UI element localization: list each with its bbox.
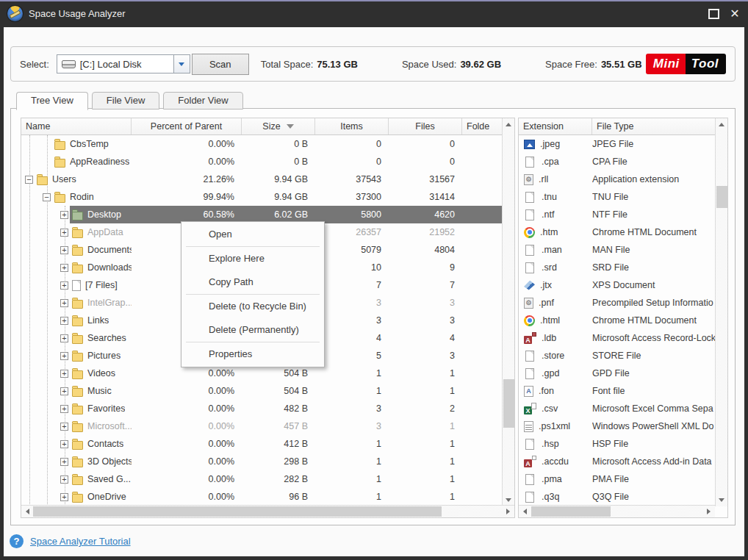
scan-button[interactable]: Scan: [192, 54, 249, 75]
access-lock-icon: [524, 332, 536, 344]
tree-horizontal-scrollbar[interactable]: [21, 505, 514, 517]
tree-expander[interactable]: −: [25, 176, 33, 184]
list-item[interactable]: .hsp HSP File: [519, 435, 715, 453]
list-item[interactable]: .jtx XPS Document: [519, 276, 715, 294]
file-type-cell: SRD File: [592, 262, 715, 273]
table-row[interactable]: CbsTemp 0.00% 0 B 0 0: [21, 135, 503, 153]
table-row[interactable]: + Saved G... 0.00% 282 B 1 1: [21, 470, 503, 488]
table-row[interactable]: + Microsoft... 0.00% 457 B 3 1: [21, 417, 503, 435]
list-item[interactable]: .fon Font file: [519, 382, 715, 400]
extension-vertical-scrollbar-thumb[interactable]: [716, 186, 727, 208]
tree-expander[interactable]: +: [60, 317, 68, 325]
tree-horizontal-scrollbar-thumb[interactable]: [33, 506, 442, 517]
scroll-right-arrow-icon[interactable]: [503, 506, 514, 517]
tree-expander[interactable]: +: [60, 334, 68, 342]
table-row[interactable]: + Contacts 0.00% 412 B 1 1: [21, 435, 503, 453]
tree-expander[interactable]: +: [60, 440, 68, 448]
list-item[interactable]: .gpd GPD File: [519, 365, 715, 382]
tree-expander[interactable]: +: [60, 264, 68, 272]
scroll-right-arrow-icon[interactable]: [703, 506, 715, 517]
extension-horizontal-scrollbar[interactable]: [519, 505, 715, 517]
extension-vertical-scrollbar[interactable]: [715, 118, 727, 506]
tree-expander[interactable]: +: [60, 211, 68, 219]
scroll-down-arrow-icon[interactable]: [716, 495, 727, 506]
menu-item-delete-to-recycle-bin[interactable]: Delete (to Recycle Bin): [181, 295, 324, 318]
extension-name: .csv: [542, 403, 558, 414]
tree-expander[interactable]: +: [60, 405, 68, 413]
list-item[interactable]: .rll Application extension: [519, 170, 715, 188]
tree-expander[interactable]: +: [60, 475, 68, 484]
size-cell: 0 B: [242, 139, 315, 149]
list-item[interactable]: .jpeg JPEG File: [519, 135, 715, 153]
scroll-up-arrow-icon[interactable]: [716, 118, 727, 130]
total-space-stat: Total Space: 75.13 GB: [261, 59, 358, 70]
list-item[interactable]: .ps1xml Windows PowerShell XML Do: [519, 417, 715, 435]
menu-item-properties[interactable]: Properties: [181, 342, 324, 366]
tree-expander[interactable]: +: [60, 370, 68, 378]
menu-item-copy-path[interactable]: Copy Path: [181, 270, 324, 294]
column-header-size[interactable]: Size: [242, 118, 315, 134]
help-icon[interactable]: [10, 534, 24, 548]
scroll-left-arrow-icon[interactable]: [21, 506, 33, 517]
tree-expander[interactable]: −: [43, 193, 51, 201]
tree-expander[interactable]: +: [60, 299, 68, 307]
tree-expander[interactable]: +: [60, 423, 68, 431]
column-header-items[interactable]: Items: [315, 118, 389, 134]
tree-expander[interactable]: +: [60, 387, 68, 395]
table-row[interactable]: + Music 0.00% 504 B 1 1: [21, 382, 503, 400]
list-item[interactable]: .htm Chrome HTML Document: [519, 223, 715, 241]
list-item[interactable]: .cpa CPA File: [519, 153, 715, 170]
list-item[interactable]: .store STORE File: [519, 347, 715, 365]
close-button[interactable]: ✕: [725, 5, 744, 23]
list-item[interactable]: .tnu TNU File: [519, 188, 715, 206]
tree-expander[interactable]: +: [60, 352, 68, 360]
tree-vertical-scrollbar[interactable]: [502, 118, 514, 506]
table-row[interactable]: − Rodin 99.94% 9.94 GB 37300 31414: [21, 188, 503, 206]
column-header-files[interactable]: Files: [389, 118, 462, 134]
table-row[interactable]: + Favorites 0.00% 482 B 3 2: [21, 400, 503, 417]
list-item[interactable]: .man MAN File: [519, 241, 715, 259]
menu-item-open[interactable]: Open: [181, 223, 324, 246]
name-cell: + Videos: [21, 368, 132, 379]
menu-item-delete-permanently[interactable]: Delete (Permanently): [181, 318, 324, 342]
items-cell: 5800: [315, 209, 389, 220]
extension-horizontal-scrollbar-thumb[interactable]: [531, 506, 611, 517]
tree-expander[interactable]: +: [60, 246, 68, 254]
list-item[interactable]: .pma PMA File: [519, 470, 715, 488]
tutorial-link[interactable]: Space Analyzer Tutorial: [30, 536, 131, 547]
column-header-percent-of-parent[interactable]: Percent of Parent: [132, 118, 242, 134]
tree-vertical-scrollbar-thumb[interactable]: [503, 379, 514, 428]
tab-folder-view[interactable]: Folder View: [163, 92, 242, 110]
column-header-file-type[interactable]: File Type: [592, 118, 715, 134]
tab-tree-view[interactable]: Tree View: [16, 92, 88, 110]
table-row[interactable]: + OneDrive 0.00% 96 B 1 1: [21, 488, 503, 506]
list-item[interactable]: .html Chrome HTML Document: [519, 312, 715, 329]
scroll-left-arrow-icon[interactable]: [519, 506, 531, 517]
drive-select-dropdown-button[interactable]: [173, 55, 190, 73]
list-item[interactable]: .q3q Q3Q File: [519, 488, 715, 506]
list-item[interactable]: .pnf Precompiled Setup Informatio: [519, 294, 715, 312]
column-header-name[interactable]: Name: [21, 118, 132, 134]
column-header-extension[interactable]: Extension: [519, 118, 592, 134]
maximize-button[interactable]: [704, 5, 723, 23]
menu-item-explore-here[interactable]: Explore Here: [181, 247, 324, 270]
tree-expander[interactable]: +: [60, 458, 68, 466]
list-item[interactable]: .srd SRD File: [519, 259, 715, 276]
tree-expander[interactable]: +: [60, 493, 68, 501]
list-item[interactable]: .accdu Microsoft Access Add-in Data: [519, 453, 715, 470]
tab-file-view[interactable]: File View: [92, 92, 160, 110]
drive-select[interactable]: [C:] Local Disk: [57, 54, 190, 73]
table-row[interactable]: − Users 21.26% 9.94 GB 37543 31567: [21, 170, 503, 188]
column-header-folders[interactable]: Folde: [462, 118, 503, 134]
list-item[interactable]: .ntf NTF File: [519, 206, 715, 223]
tree-expander[interactable]: +: [60, 229, 68, 237]
extension-cell: .jtx: [519, 280, 592, 290]
list-item[interactable]: .ldb Microsoft Access Record-Lock: [519, 329, 715, 347]
scroll-up-arrow-icon[interactable]: [503, 118, 514, 130]
tree-expander[interactable]: +: [60, 281, 68, 290]
table-row[interactable]: AppReadiness 0.00% 0 B 0 0: [21, 153, 503, 170]
table-row[interactable]: + 3D Objects 0.00% 298 B 1 1: [21, 453, 503, 470]
name-cell: + Searches: [21, 333, 132, 344]
name-cell: + IntelGrap...: [21, 298, 132, 309]
list-item[interactable]: .csv Microsoft Excel Comma Sepa: [519, 400, 715, 417]
